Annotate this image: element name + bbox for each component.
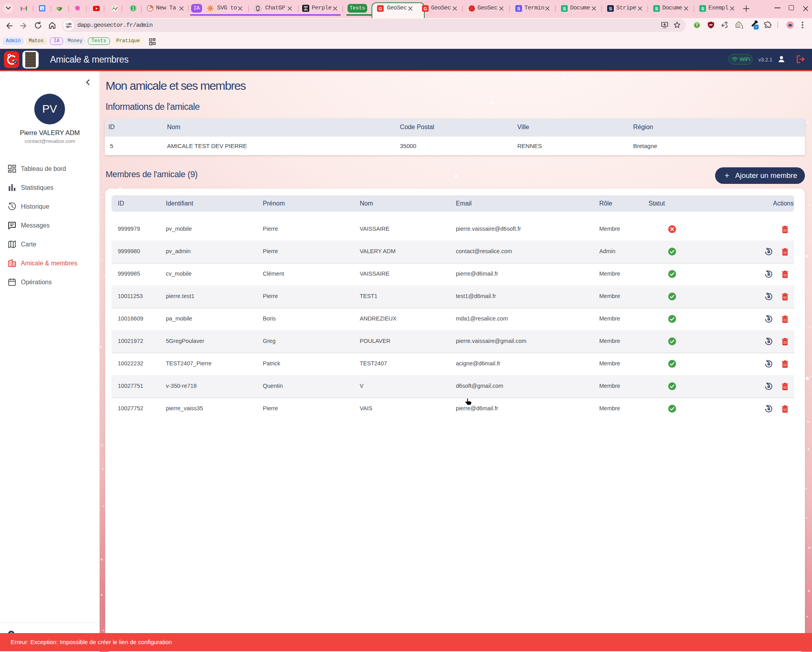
svg-text:G: G <box>424 6 427 11</box>
svg-text:1: 1 <box>741 25 743 29</box>
svg-text:S: S <box>517 6 520 11</box>
svg-text:S: S <box>563 6 566 11</box>
svg-text:1: 1 <box>41 7 43 11</box>
svg-text:S: S <box>701 6 704 11</box>
svg-text:S: S <box>609 6 612 11</box>
svg-text:S: S <box>655 6 658 11</box>
svg-text:1: 1 <box>132 6 134 11</box>
svg-text:G: G <box>379 6 382 11</box>
